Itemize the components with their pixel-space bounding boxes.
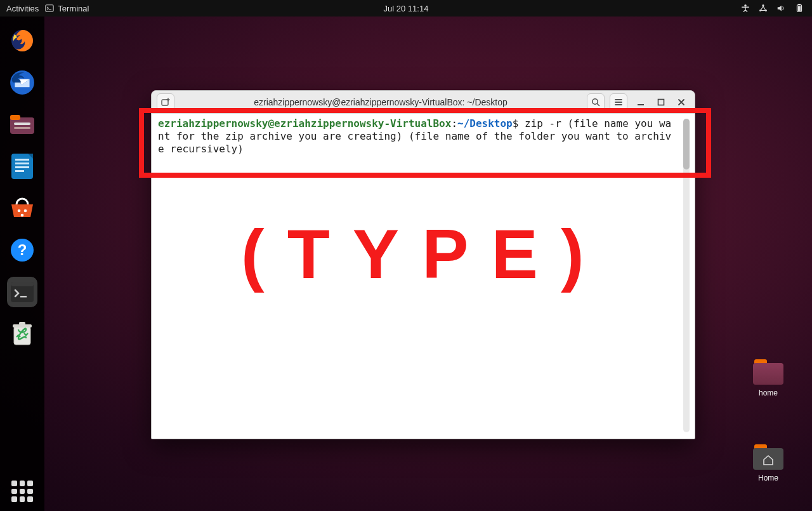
activities-button[interactable]: Activities: [6, 4, 39, 13]
terminal-body[interactable]: ezriahzippernowsky@ezriahzippernowsky-Vi…: [155, 116, 691, 435]
prompt-colon: :: [451, 117, 457, 129]
show-applications-button[interactable]: [11, 481, 33, 502]
terminal-scrollbar[interactable]: [683, 119, 690, 432]
dock-firefox[interactable]: [7, 25, 37, 56]
window-title: ezriahzippernowsky@ezriahzippernowsky-Vi…: [180, 97, 582, 107]
dock-libreoffice-writer[interactable]: [7, 151, 37, 182]
svg-rect-6: [798, 4, 801, 5]
dock: ?: [0, 17, 44, 511]
hamburger-menu-button[interactable]: [610, 93, 627, 111]
network-icon[interactable]: [759, 4, 768, 13]
terminal-window: ezriahzippernowsky@ezriahzippernowsky-Vi…: [151, 90, 695, 439]
prompt-user: ezriahzippernowsky: [158, 117, 268, 129]
svg-rect-17: [15, 166, 29, 168]
dock-thunderbird[interactable]: [7, 67, 37, 98]
svg-point-21: [21, 214, 24, 217]
svg-text:?: ?: [18, 241, 27, 258]
window-titlebar[interactable]: ezriahzippernowsky@ezriahzippernowsky-Vi…: [152, 91, 695, 114]
battery-icon[interactable]: [794, 4, 804, 13]
svg-rect-7: [798, 6, 801, 11]
folder-icon: [753, 359, 783, 385]
svg-point-20: [24, 209, 27, 213]
dock-ubuntu-software[interactable]: [7, 193, 37, 223]
clock[interactable]: Jul 20 11:14: [384, 4, 429, 13]
svg-rect-16: [15, 163, 29, 164]
desktop-icon-label: home: [746, 388, 790, 397]
terminal-command-part3: e recursively): [158, 143, 244, 155]
system-tray[interactable]: [741, 4, 812, 13]
active-app-label: Terminal: [58, 4, 89, 13]
svg-rect-11: [10, 115, 20, 120]
dock-help[interactable]: ?: [7, 235, 37, 265]
close-button[interactable]: [677, 98, 686, 107]
svg-rect-33: [658, 99, 664, 105]
new-tab-button[interactable]: [157, 93, 174, 111]
desktop-folder-home[interactable]: home: [746, 359, 790, 397]
svg-rect-13: [14, 127, 30, 129]
svg-rect-30: [162, 100, 168, 105]
prompt-at: @: [268, 117, 274, 129]
svg-rect-18: [15, 170, 24, 172]
top-bar: Activities Terminal Jul 20 11:14: [0, 0, 812, 17]
svg-rect-27: [14, 327, 30, 345]
maximize-button[interactable]: [657, 98, 665, 107]
svg-rect-0: [46, 5, 53, 12]
dock-trash[interactable]: [7, 319, 37, 349]
svg-rect-32: [638, 104, 644, 105]
svg-point-19: [18, 209, 21, 213]
terminal-command-part2: nt for the zip archive you are creating)…: [158, 130, 671, 142]
terminal-indicator-icon: [45, 4, 54, 13]
svg-point-1: [744, 4, 747, 7]
home-folder-icon: [753, 444, 783, 470]
terminal-command-part1: zip -r (file name you wa: [518, 117, 671, 129]
terminal-output: ezriahzippernowsky@ezriahzippernowsky-Vi…: [155, 116, 691, 157]
prompt-path: ~/Desktop: [457, 117, 513, 129]
svg-rect-26: [20, 296, 27, 298]
prompt-dollar: $: [513, 117, 519, 129]
desktop-icon-label: Home: [746, 474, 790, 482]
accessibility-icon[interactable]: [741, 4, 750, 13]
svg-rect-29: [19, 322, 25, 325]
minimize-button[interactable]: [636, 98, 645, 107]
dock-files[interactable]: [7, 109, 37, 140]
search-button[interactable]: [587, 93, 605, 111]
desktop-home[interactable]: Home: [746, 444, 790, 482]
svg-rect-15: [15, 159, 29, 161]
prompt-host: ezriahzippernowsky-VirtualBox: [274, 117, 451, 129]
svg-rect-12: [14, 123, 30, 125]
dock-terminal[interactable]: [7, 277, 37, 307]
svg-rect-25: [11, 282, 34, 286]
volume-icon[interactable]: [776, 4, 785, 13]
active-app-indicator[interactable]: Terminal: [45, 4, 89, 13]
svg-point-2: [762, 4, 764, 6]
